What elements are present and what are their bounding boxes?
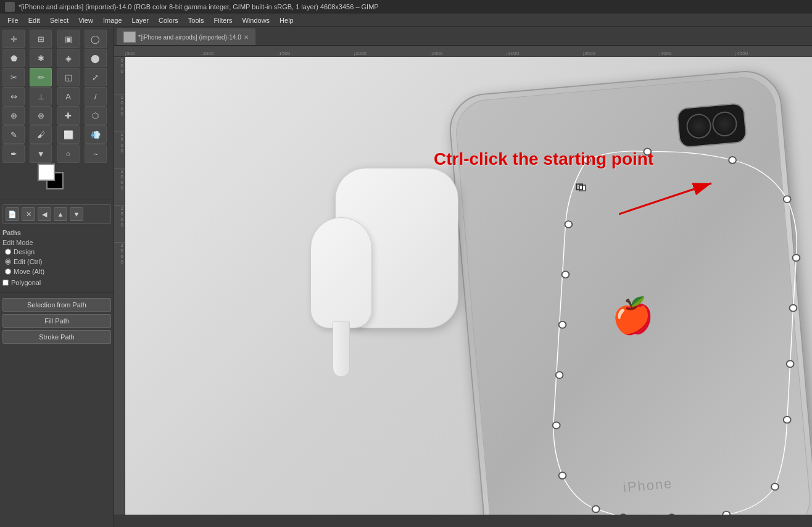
polygonal-checkbox[interactable] xyxy=(2,280,9,286)
app-icon xyxy=(5,2,15,12)
menu-item-view[interactable]: View xyxy=(73,15,98,25)
polygonal-option[interactable]: Polygonal xyxy=(2,279,111,286)
airpod-stem xyxy=(333,322,350,377)
scissors-btn[interactable]: ✂ xyxy=(2,68,25,86)
ruler-mark-1000: 1000 xyxy=(202,52,278,56)
perspective-btn[interactable]: ⬡ xyxy=(85,106,107,125)
menu-item-select[interactable]: Select xyxy=(45,15,74,25)
annotation: Ctrl-click the starting point xyxy=(434,149,653,169)
stroke-path-button[interactable]: Stroke Path xyxy=(2,330,111,344)
menu-item-windows[interactable]: Windows xyxy=(237,15,275,25)
menu-item-layer[interactable]: Layer xyxy=(127,15,154,25)
menu-item-file[interactable]: File xyxy=(2,15,23,25)
new-path-btn[interactable]: 📄 xyxy=(6,207,19,221)
ruler-left: 500 1000 1500 2000 2500 3000 xyxy=(114,57,125,515)
arrow-svg xyxy=(619,177,730,226)
crop-btn[interactable]: ◱ xyxy=(57,68,80,86)
toolbox: ✛ ⊞ ▣ ◯ ⬟ ✱ ◈ ⬤ ✂ ✏ ◱ ⤢ ⇔ ⊥ A / ⊕ ⊕ ✚ ⬡ … xyxy=(0,27,114,527)
edit-mode-label: Edit (Ctrl) xyxy=(14,258,42,265)
annotation-text: Ctrl-click the starting point xyxy=(434,149,653,169)
fill-path-button[interactable]: Fill Path xyxy=(2,314,111,328)
rect-select-btn[interactable]: ▣ xyxy=(57,30,80,48)
select-color-btn[interactable]: ◈ xyxy=(57,49,80,67)
divider2 xyxy=(0,293,114,293)
heal-btn[interactable]: ✚ xyxy=(57,106,80,125)
align-tool-btn[interactable]: ⊞ xyxy=(30,30,52,48)
ruler-v-1500: 1500 xyxy=(114,131,125,168)
flip-btn[interactable]: ⇔ xyxy=(2,87,25,106)
iphone-inner: 🍎 iPhone xyxy=(454,75,812,515)
measure-btn[interactable]: ⊥ xyxy=(30,87,52,106)
menu-item-help[interactable]: Help xyxy=(275,15,299,25)
airbrush-btn[interactable]: 💨 xyxy=(85,125,107,144)
divider xyxy=(0,199,114,199)
delete-path-btn[interactable]: ✕ xyxy=(22,207,35,221)
tab-thumbnail xyxy=(123,31,136,43)
edit-mode-option[interactable]: Edit (Ctrl) xyxy=(5,258,111,265)
ruler-top-marks: 500 1000 1500 2000 2500 3000 3500 4000 4… xyxy=(125,46,812,56)
ruler-mark-3000: 3000 xyxy=(507,52,583,56)
iphone-body: 🍎 iPhone xyxy=(447,68,812,515)
ruler-v-2500: 2500 xyxy=(114,205,125,242)
move-tool-btn[interactable]: ✛ xyxy=(2,30,25,48)
ruler-mark-2000: 2000 xyxy=(354,52,431,56)
paths-tool-btn[interactable]: ✏ xyxy=(30,68,52,86)
airpods xyxy=(310,168,483,365)
menu-item-image[interactable]: Image xyxy=(98,15,127,25)
design-mode-option[interactable]: Design xyxy=(5,248,111,255)
paintbrush-btn[interactable]: 🖌 xyxy=(30,125,52,144)
ink-btn[interactable]: ✒ xyxy=(2,144,25,163)
tool-options-section: Paths Edit Mode Design Edit (Ctrl) Move … xyxy=(0,226,114,290)
main-layout: ✛ ⊞ ▣ ◯ ⬟ ✱ ◈ ⬤ ✂ ✏ ◱ ⤢ ⇔ ⊥ A / ⊕ ⊕ ✚ ⬡ … xyxy=(0,27,812,527)
foreground-color-swatch[interactable] xyxy=(38,164,55,181)
ruler-top: 500 1000 1500 2000 2500 3000 3500 4000 4… xyxy=(114,46,812,57)
menu-item-filters[interactable]: Filters xyxy=(209,15,238,25)
tab-close-btn[interactable]: ✕ xyxy=(244,34,249,41)
free-select-btn[interactable]: ⬟ xyxy=(2,49,25,67)
color-picker-btn[interactable]: / xyxy=(85,87,107,106)
ruler-mark-4000: 4000 xyxy=(660,52,736,56)
svg-line-22 xyxy=(619,183,711,214)
path-move-down-btn[interactable]: ▼ xyxy=(70,207,83,221)
text-btn[interactable]: A xyxy=(57,87,80,106)
design-mode-radio[interactable] xyxy=(5,249,11,255)
menu-item-tools[interactable]: Tools xyxy=(183,15,209,25)
zoom-btn[interactable]: ⊕ xyxy=(2,106,25,125)
airpod-left xyxy=(310,217,372,328)
edit-mode-radio-group: Design Edit (Ctrl) Move (Alt) xyxy=(2,248,111,275)
move-mode-label: Move (Alt) xyxy=(14,268,44,275)
menu-item-colors[interactable]: Colors xyxy=(154,15,183,25)
eraser-btn[interactable]: ⬜ xyxy=(57,125,80,144)
titlebar: *[iPhone and airpods] (imported)-14.0 (R… xyxy=(0,0,812,14)
ruler-mark-500: 500 xyxy=(125,52,202,56)
selection-from-path-button[interactable]: Selection from Path xyxy=(2,298,111,312)
menu-item-edit[interactable]: Edit xyxy=(23,15,45,25)
color-wrapper xyxy=(41,167,72,194)
design-mode-label: Design xyxy=(14,248,35,255)
canvas-viewport: 500 1000 1500 2000 2500 3000 xyxy=(114,57,812,515)
move-mode-radio[interactable] xyxy=(5,268,11,275)
move-mode-option[interactable]: Move (Alt) xyxy=(5,268,111,275)
tool-grid: ✛ ⊞ ▣ ◯ ⬟ ✱ ◈ ⬤ ✂ ✏ ◱ ⤢ ⇔ ⊥ A / ⊕ ⊕ ✚ ⬡ … xyxy=(0,27,114,165)
canvas-area: *[iPhone and airpods] (imported)-14.0 ✕ … xyxy=(114,27,812,527)
path-to-selection-btn[interactable]: ◀ xyxy=(38,207,51,221)
foreground-select-btn[interactable]: ⬤ xyxy=(85,49,107,67)
iphone-label: iPhone xyxy=(623,475,673,496)
fill-btn[interactable]: ▼ xyxy=(30,144,52,163)
dodge-burn-btn[interactable]: ○ xyxy=(57,144,80,163)
smudge-btn[interactable]: ~ xyxy=(85,144,107,163)
path-move-up-btn[interactable]: ▲ xyxy=(54,207,67,221)
ellipse-select-btn[interactable]: ◯ xyxy=(85,30,107,48)
camera-lens-1 xyxy=(686,113,712,139)
transform-btn[interactable]: ⤢ xyxy=(85,68,107,86)
image-tab[interactable]: *[iPhone and airpods] (imported)-14.0 ✕ xyxy=(117,28,255,45)
fuzzy-select-btn[interactable]: ✱ xyxy=(30,49,52,67)
titlebar-text: *[iPhone and airpods] (imported)-14.0 (R… xyxy=(19,3,379,10)
canvas-scroll[interactable]: 🍎 iPhone xyxy=(125,57,812,515)
clone-btn[interactable]: ⊕ xyxy=(30,106,52,125)
polygonal-label: Polygonal xyxy=(11,279,41,286)
tool-options-title: Paths xyxy=(2,229,111,236)
edit-mode-radio[interactable] xyxy=(5,259,11,265)
iphone-camera xyxy=(676,102,747,148)
pencil-btn[interactable]: ✎ xyxy=(2,125,25,144)
